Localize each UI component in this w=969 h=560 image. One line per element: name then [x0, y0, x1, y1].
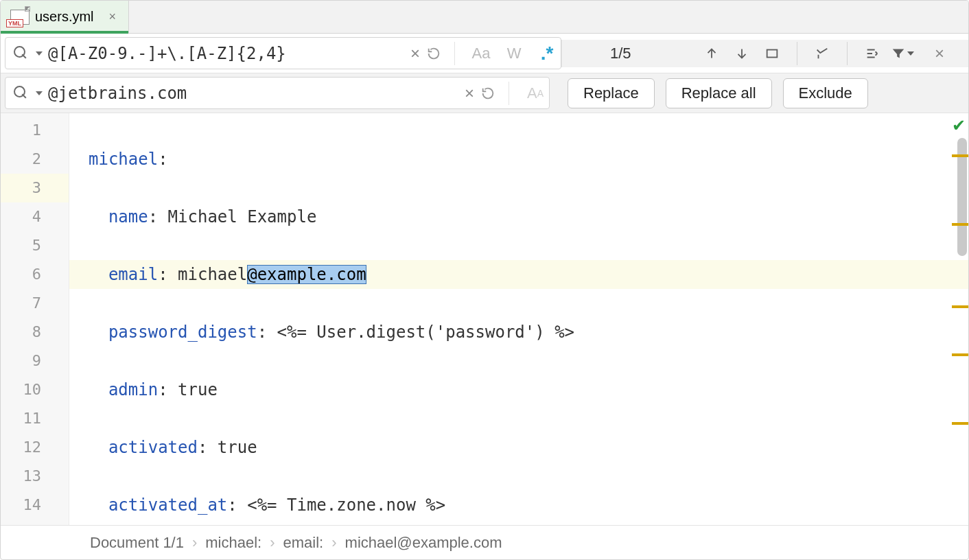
- match-marker[interactable]: [952, 305, 968, 308]
- search-icon: [14, 86, 29, 101]
- breadcrumb-segment[interactable]: email:: [283, 534, 324, 552]
- regex-toggle[interactable]: .*: [533, 40, 561, 67]
- file-tab[interactable]: YML users.yml ×: [1, 1, 129, 33]
- search-icon: [14, 46, 29, 61]
- code-area[interactable]: michael: name: Michael Example email: mi…: [69, 113, 968, 525]
- match-marker[interactable]: [952, 353, 968, 356]
- breadcrumb[interactable]: Document 1/1 › michael: › email: › micha…: [1, 525, 968, 559]
- preserve-case-toggle[interactable]: AA: [522, 80, 549, 107]
- replace-history-chevron-icon[interactable]: [36, 91, 43, 95]
- replace-button[interactable]: Replace: [568, 78, 655, 108]
- close-tab-icon[interactable]: ×: [109, 10, 117, 24]
- selected-match: @example.com: [247, 265, 366, 284]
- inspection-ok-icon: ✔: [952, 116, 966, 135]
- clear-replace-icon[interactable]: ×: [465, 84, 474, 103]
- find-row: × Aa W .* 1/5 ×: [1, 34, 968, 73]
- next-match-icon[interactable]: [728, 40, 756, 67]
- exclude-button[interactable]: Exclude: [783, 78, 868, 108]
- replace-input[interactable]: [48, 84, 405, 103]
- find-field[interactable]: × Aa W .*: [5, 37, 561, 69]
- find-history-icon[interactable]: [425, 45, 442, 62]
- clear-find-icon[interactable]: ×: [410, 44, 420, 63]
- chevron-right-icon: ›: [192, 534, 197, 552]
- chevron-right-icon: ›: [270, 534, 275, 552]
- svg-rect-0: [767, 49, 778, 57]
- match-marker[interactable]: [952, 154, 968, 157]
- marker-bar[interactable]: ✔: [952, 113, 968, 525]
- add-selection-icon[interactable]: [808, 40, 836, 67]
- match-word-toggle[interactable]: W: [500, 40, 528, 67]
- match-marker[interactable]: [952, 223, 968, 226]
- replace-field[interactable]: × AA: [5, 77, 550, 109]
- match-case-toggle[interactable]: Aa: [467, 40, 495, 67]
- replace-all-button[interactable]: Replace all: [666, 78, 772, 108]
- breadcrumb-segment[interactable]: michael@example.com: [345, 534, 502, 552]
- match-counter: 1/5: [610, 45, 665, 62]
- yml-file-icon: YML: [10, 10, 30, 25]
- filter-icon[interactable]: [889, 40, 916, 67]
- breadcrumb-segment[interactable]: Document 1/1: [90, 534, 184, 552]
- find-input[interactable]: [48, 44, 405, 63]
- breadcrumb-segment[interactable]: michael:: [205, 534, 261, 552]
- gutter: 1 2 3 4 5 6 7 8 9 10 11 12 13 14: [1, 113, 69, 525]
- replace-row: × AA Replace Replace all Exclude: [1, 73, 968, 113]
- prev-match-icon[interactable]: [698, 40, 725, 67]
- find-actions: 1/5 ×: [561, 40, 968, 67]
- tab-title: users.yml: [35, 9, 94, 25]
- editor[interactable]: 1 2 3 4 5 6 7 8 9 10 11 12 13 14 michael…: [1, 113, 968, 525]
- chevron-right-icon: ›: [331, 534, 336, 552]
- search-history-chevron-icon[interactable]: [36, 51, 43, 56]
- replace-actions: Replace Replace all Exclude: [550, 78, 968, 108]
- tab-bar: YML users.yml ×: [1, 1, 968, 34]
- match-marker[interactable]: [952, 422, 968, 425]
- replace-history-icon[interactable]: [480, 85, 496, 102]
- select-all-occurrences-icon[interactable]: [758, 40, 786, 67]
- close-search-icon[interactable]: ×: [926, 40, 953, 67]
- filter-lines-icon[interactable]: [859, 40, 886, 67]
